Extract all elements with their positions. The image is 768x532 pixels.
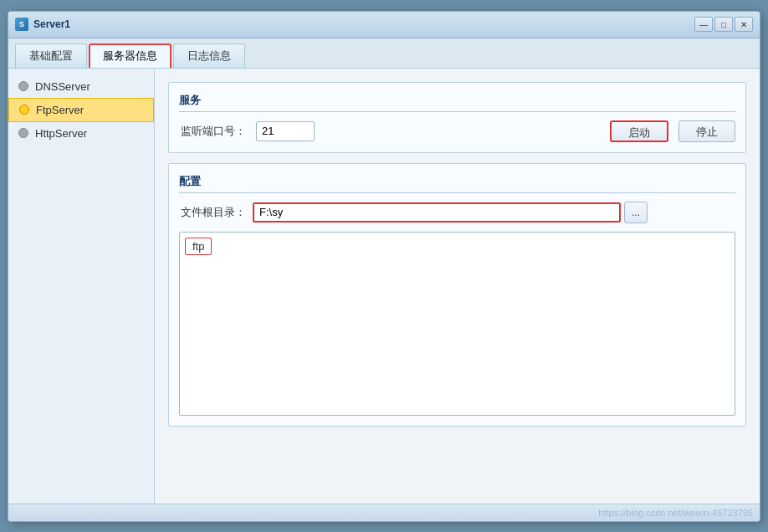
tab-basic[interactable]: 基础配置 xyxy=(15,43,87,68)
path-label: 文件根目录： xyxy=(179,205,246,220)
close-button[interactable]: ✕ xyxy=(735,17,753,32)
port-label: 监听端口号： xyxy=(179,124,246,139)
browse-button[interactable]: ... xyxy=(624,202,648,223)
start-button[interactable]: 启动 xyxy=(610,120,668,142)
minimize-button[interactable]: — xyxy=(694,17,713,32)
status-dot-http xyxy=(18,128,28,138)
config-section-title: 配置 xyxy=(179,174,735,193)
sidebar: DNSServer FtpServer HttpServer xyxy=(8,69,155,504)
content-tag: ftp xyxy=(185,238,212,255)
maximize-button[interactable]: □ xyxy=(714,17,733,32)
sidebar-label-http: HttpServer xyxy=(35,127,87,140)
service-section: 服务 监听端口号： 启动 停止 xyxy=(168,82,746,153)
path-input[interactable] xyxy=(253,202,621,223)
main-panel: 服务 监听端口号： 启动 停止 配置 文件根目录： ... xyxy=(155,69,760,504)
app-icon: S xyxy=(15,18,28,31)
watermark: https://blog.csdn.net/weixin-45723795 xyxy=(598,508,753,518)
sidebar-item-http[interactable]: HttpServer xyxy=(8,122,154,145)
sidebar-item-ftp[interactable]: FtpServer xyxy=(8,98,154,122)
bottom-bar: https://blog.csdn.net/weixin-45723795 xyxy=(8,504,760,521)
status-dot-dns xyxy=(18,81,28,91)
stop-button[interactable]: 停止 xyxy=(678,120,735,142)
tab-server[interactable]: 服务器信息 xyxy=(89,43,172,68)
titlebar-controls: — □ ✕ xyxy=(694,17,753,32)
content-area: DNSServer FtpServer HttpServer 服务 监听端口号： xyxy=(8,69,760,504)
config-section: 配置 文件根目录： ... ftp xyxy=(168,163,746,427)
sidebar-item-dns[interactable]: DNSServer xyxy=(8,75,154,98)
status-dot-ftp xyxy=(19,105,29,115)
sidebar-label-ftp: FtpServer xyxy=(36,104,84,116)
path-row: 文件根目录： ... xyxy=(179,202,735,223)
titlebar: S Server1 — □ ✕ xyxy=(8,12,760,38)
service-section-title: 服务 xyxy=(179,93,735,112)
titlebar-left: S Server1 xyxy=(15,18,70,31)
app-icon-letter: S xyxy=(19,20,24,28)
sidebar-label-dns: DNSServer xyxy=(35,80,90,93)
path-input-row: ... xyxy=(253,202,648,223)
main-window: S Server1 — □ ✕ 基础配置 服务器信息 日志信息 DNSServe… xyxy=(8,11,760,522)
service-row: 监听端口号： 启动 停止 xyxy=(179,120,735,142)
content-area-box[interactable]: ftp xyxy=(179,232,735,416)
window-title: Server1 xyxy=(33,18,70,30)
tab-log[interactable]: 日志信息 xyxy=(173,43,245,68)
port-input[interactable] xyxy=(256,121,315,141)
tab-bar: 基础配置 服务器信息 日志信息 xyxy=(8,38,760,69)
